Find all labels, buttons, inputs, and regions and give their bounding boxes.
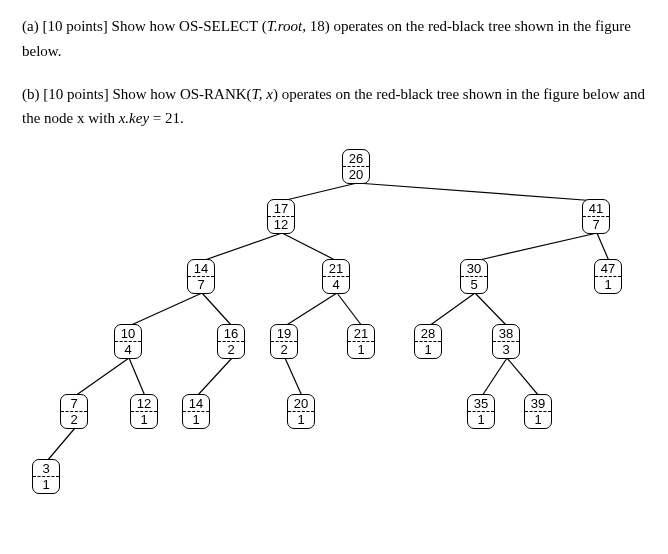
node-key: 16: [218, 325, 244, 342]
tree-node: 391: [524, 394, 552, 429]
svg-line-1: [357, 183, 597, 201]
node-size: 7: [188, 277, 214, 293]
tree-node: 147: [187, 259, 215, 294]
svg-line-14: [197, 358, 232, 396]
node-size: 1: [468, 412, 494, 428]
node-key: 14: [188, 260, 214, 277]
node-key: 47: [595, 260, 621, 277]
node-size: 2: [218, 342, 244, 358]
node-key: 39: [525, 395, 551, 412]
node-key: 35: [468, 395, 494, 412]
node-key: 14: [183, 395, 209, 412]
tree-node: 214: [322, 259, 350, 294]
svg-line-12: [75, 358, 129, 396]
svg-line-4: [475, 233, 597, 261]
tree-node: 417: [582, 199, 610, 234]
node-size: 4: [323, 277, 349, 293]
svg-line-13: [129, 358, 145, 396]
node-size: 1: [131, 412, 157, 428]
node-size: 1: [348, 342, 374, 358]
node-key: 21: [323, 260, 349, 277]
qa-tvar: T.root: [267, 18, 302, 34]
node-size: 2: [271, 342, 297, 358]
svg-line-2: [202, 233, 282, 261]
tree-node: 351: [467, 394, 495, 429]
svg-line-15: [285, 358, 302, 396]
question-b: (b) [10 points] Show how OS-RANK(T, x) o…: [22, 82, 646, 132]
svg-line-18: [47, 428, 75, 461]
node-key: 21: [348, 325, 374, 342]
tree-node: 192: [270, 324, 298, 359]
node-key: 38: [493, 325, 519, 342]
tree-node: 281: [414, 324, 442, 359]
node-size: 1: [288, 412, 314, 428]
svg-line-9: [337, 293, 362, 326]
tree-node: 162: [217, 324, 245, 359]
question-a: (a) [10 points] Show how OS-SELECT (T.ro…: [22, 14, 646, 64]
node-size: 4: [115, 342, 141, 358]
tree-node: 305: [460, 259, 488, 294]
qb-keyval: = 21.: [149, 110, 184, 126]
node-size: 1: [525, 412, 551, 428]
qb-args: T, x: [252, 86, 273, 102]
tree-node: 211: [347, 324, 375, 359]
node-size: 12: [268, 217, 294, 233]
svg-line-8: [285, 293, 337, 326]
node-key: 20: [288, 395, 314, 412]
tree-node: 141: [182, 394, 210, 429]
node-size: 3: [493, 342, 519, 358]
svg-line-11: [475, 293, 507, 326]
node-key: 30: [461, 260, 487, 277]
svg-line-6: [129, 293, 202, 326]
tree-node: 31: [32, 459, 60, 494]
qa-text: (a) [10 points] Show how OS-SELECT (: [22, 18, 267, 34]
node-key: 26: [343, 150, 369, 167]
node-key: 19: [271, 325, 297, 342]
tree-node: 1712: [267, 199, 295, 234]
svg-line-7: [202, 293, 232, 326]
qb-text: (b) [10 points] Show how OS-RANK(: [22, 86, 252, 102]
node-key: 12: [131, 395, 157, 412]
svg-line-0: [282, 183, 357, 201]
svg-line-3: [282, 233, 337, 261]
svg-line-10: [429, 293, 475, 326]
tree-node: 201: [287, 394, 315, 429]
svg-line-5: [597, 233, 609, 261]
node-key: 41: [583, 200, 609, 217]
node-size: 7: [583, 217, 609, 233]
tree-node: 121: [130, 394, 158, 429]
node-size: 1: [595, 277, 621, 293]
node-key: 7: [61, 395, 87, 412]
tree-node: 471: [594, 259, 622, 294]
tree-node: 104: [114, 324, 142, 359]
tree-node: 2620: [342, 149, 370, 184]
node-size: 5: [461, 277, 487, 293]
node-size: 1: [415, 342, 441, 358]
page: (a) [10 points] Show how OS-SELECT (T.ro…: [0, 0, 668, 554]
tree-node: 383: [492, 324, 520, 359]
node-size: 20: [343, 167, 369, 183]
node-key: 17: [268, 200, 294, 217]
tree-diagram: 2620171241714721430547110416219221128138…: [22, 149, 646, 509]
qb-keyexpr: x.key: [119, 110, 149, 126]
node-key: 10: [115, 325, 141, 342]
node-key: 3: [33, 460, 59, 477]
node-size: 2: [61, 412, 87, 428]
svg-line-17: [507, 358, 539, 396]
node-size: 1: [33, 477, 59, 493]
node-key: 28: [415, 325, 441, 342]
svg-line-16: [482, 358, 507, 396]
tree-node: 72: [60, 394, 88, 429]
node-size: 1: [183, 412, 209, 428]
